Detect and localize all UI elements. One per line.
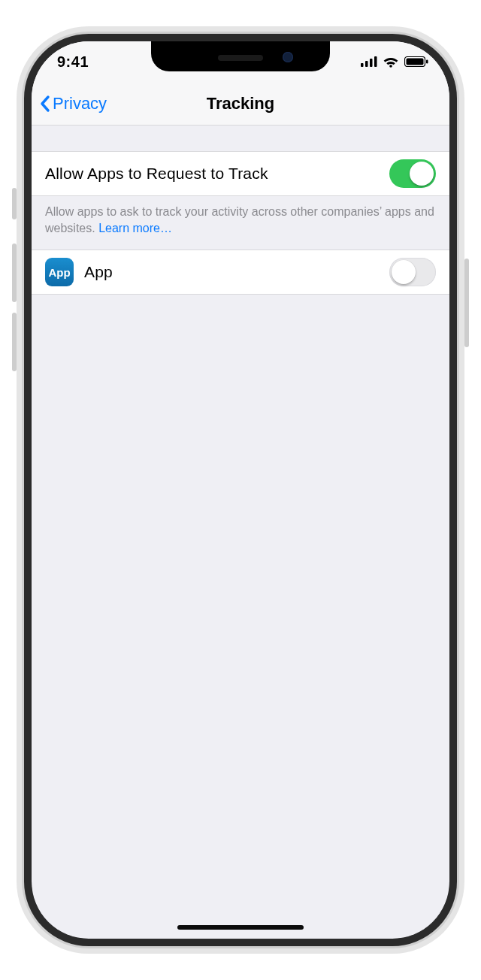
content: Allow Apps to Request to Track Allow app… <box>32 126 449 295</box>
allow-apps-to-request-toggle[interactable] <box>389 159 436 188</box>
status-indicators <box>361 56 428 68</box>
svg-rect-6 <box>407 59 424 65</box>
wifi-icon <box>383 56 399 68</box>
device-frame: 9:41 <box>24 34 457 946</box>
battery-icon <box>404 56 428 67</box>
app-icon: App <box>45 258 74 286</box>
app-name-label: App <box>84 263 389 281</box>
screen: 9:41 <box>32 41 449 939</box>
learn-more-link[interactable]: Learn more… <box>98 222 172 234</box>
toggle-knob <box>392 260 416 284</box>
allow-apps-to-request-row: Allow Apps to Request to Track <box>32 151 449 196</box>
toggle-knob <box>410 162 434 186</box>
volume-up-button <box>12 243 17 302</box>
svg-rect-3 <box>374 56 377 67</box>
svg-point-4 <box>389 65 392 68</box>
navigation-bar: Privacy Tracking <box>32 82 449 126</box>
notch <box>151 41 330 71</box>
volume-switch <box>12 188 17 219</box>
svg-rect-0 <box>361 63 364 67</box>
allow-apps-to-request-label: Allow Apps to Request to Track <box>45 165 389 183</box>
section-footer: Allow apps to ask to track your activity… <box>32 196 449 250</box>
app-list: AppApp <box>32 250 449 295</box>
page-title: Tracking <box>207 94 274 113</box>
back-label: Privacy <box>53 94 107 113</box>
chevron-left-icon <box>39 95 51 113</box>
back-button[interactable]: Privacy <box>39 82 107 125</box>
app-row: AppApp <box>32 250 449 295</box>
svg-rect-7 <box>426 60 428 64</box>
volume-down-button <box>12 313 17 371</box>
side-button <box>464 259 469 347</box>
status-time: 9:41 <box>57 53 89 71</box>
svg-rect-1 <box>365 61 368 67</box>
svg-rect-2 <box>370 59 373 67</box>
home-indicator[interactable] <box>177 925 304 930</box>
cellular-icon <box>361 56 377 67</box>
app-tracking-toggle[interactable] <box>389 258 436 286</box>
